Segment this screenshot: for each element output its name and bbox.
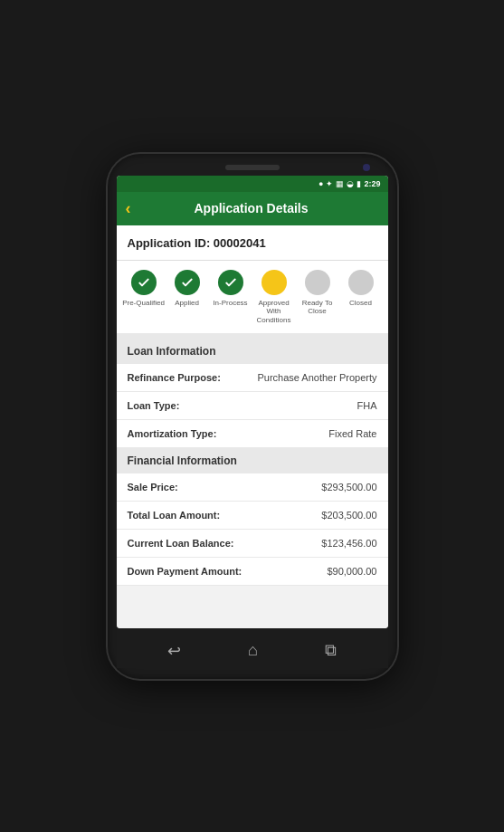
financial-row-3: Down Payment Amount: $90,000.00 (117, 558, 388, 586)
app-header: ‹ Application Details (117, 192, 388, 225)
battery-icon: ▮ (357, 179, 361, 188)
financial-value-0: $293,500.00 (321, 482, 376, 493)
step-pre-qualified[interactable]: Pre-Qualified (122, 270, 166, 308)
bluetooth-icon: ✦ (326, 179, 333, 188)
loan-row-2: Amortization Type: Fixed Rate (117, 420, 388, 448)
back-button[interactable]: ‹ (126, 199, 131, 218)
financial-row-2: Current Loan Balance: $123,456.00 (117, 530, 388, 558)
nav-home-icon[interactable]: ⌂ (248, 641, 258, 660)
step-circle-applied (175, 270, 200, 295)
application-id-section: Application ID: 00002041 (117, 225, 388, 261)
step-circle-ready-to-close (305, 270, 330, 295)
phone-device: ● ✦ ▦ ◒ ▮ 2:29 ‹ Application Details App… (108, 154, 397, 679)
step-ready-to-close[interactable]: Ready To Close (296, 270, 339, 316)
header-title: Application Details (138, 201, 365, 215)
status-bar: ● ✦ ▦ ◒ ▮ 2:29 (117, 176, 388, 192)
financial-value-3: $90,000.00 (327, 566, 376, 577)
loan-row-1: Loan Type: FHA (117, 392, 388, 420)
step-label-approved: Approved With Conditions (252, 299, 296, 325)
step-label-closed: Closed (349, 299, 372, 308)
steps-section: Pre-Qualified Applied (117, 261, 388, 339)
phone-bottom-bar: ↩ ⌂ ⧉ (117, 634, 388, 668)
signal-icon: ▦ (336, 179, 344, 188)
financial-label-0: Sale Price: (128, 482, 178, 493)
loan-section-header: Loan Information (117, 339, 388, 364)
financial-value-1: $203,500.00 (321, 510, 376, 521)
financial-value-2: $123,456.00 (321, 538, 376, 549)
step-circle-approved (262, 270, 287, 295)
wifi-icon: ◒ (347, 179, 354, 188)
phone-top-bar (117, 165, 388, 170)
financial-row-1: Total Loan Amount: $203,500.00 (117, 502, 388, 530)
financial-label-1: Total Loan Amount: (128, 510, 221, 521)
phone-speaker (225, 165, 280, 170)
application-id: Application ID: 00002041 (128, 236, 266, 250)
step-applied[interactable]: Applied (166, 270, 209, 308)
step-label-applied: Applied (175, 299, 199, 308)
step-circle-pre-qualified (131, 270, 157, 295)
step-label-in-process: In-Process (213, 299, 247, 308)
step-approved[interactable]: Approved With Conditions (252, 270, 296, 325)
nav-back-icon[interactable]: ↩ (167, 641, 181, 661)
step-label-ready-to-close: Ready To Close (296, 299, 339, 316)
financial-label-2: Current Loan Balance: (128, 538, 234, 549)
step-in-process[interactable]: In-Process (209, 270, 252, 308)
loan-row-0: Refinance Purpose: Purchase Another Prop… (117, 364, 388, 392)
nav-apps-icon[interactable]: ⧉ (325, 641, 337, 660)
phone-screen: ● ✦ ▦ ◒ ▮ 2:29 ‹ Application Details App… (117, 176, 388, 628)
financial-section-header: Financial Information (117, 448, 388, 473)
location-icon: ● (319, 179, 323, 188)
step-circle-in-process (218, 270, 243, 295)
loan-value-1: FHA (357, 400, 377, 411)
financial-label-3: Down Payment Amount: (128, 566, 242, 577)
loan-value-0: Purchase Another Property (257, 372, 376, 383)
status-time: 2:29 (364, 179, 380, 188)
step-circle-closed (348, 270, 374, 295)
loan-label-1: Loan Type: (128, 400, 180, 411)
financial-row-0: Sale Price: $293,500.00 (117, 473, 388, 502)
loan-label-0: Refinance Purpose: (128, 372, 221, 383)
step-closed[interactable]: Closed (339, 270, 383, 308)
screen-content: Application ID: 00002041 Pre-Qualified (117, 225, 388, 628)
loan-label-2: Amortization Type: (128, 428, 217, 439)
phone-camera (363, 164, 370, 171)
loan-value-2: Fixed Rate (328, 428, 376, 439)
step-label-pre-qualified: Pre-Qualified (122, 299, 165, 308)
